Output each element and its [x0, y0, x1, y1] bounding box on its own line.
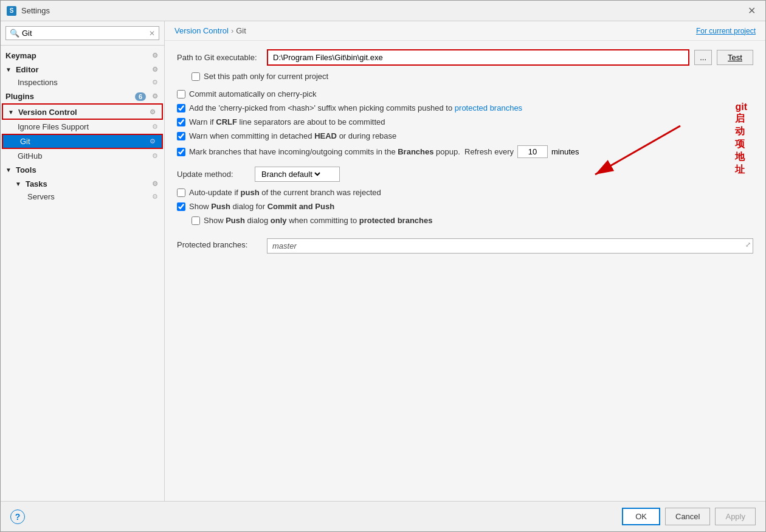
- tools-chevron: ▼: [5, 167, 12, 173]
- search-box: 🔍 ✕: [1, 21, 164, 46]
- sidebar-item-tasks[interactable]: ▼ Tasks ⚙: [1, 176, 164, 190]
- cherry-suffix-row: Add the 'cherry-picked from <hash>' suff…: [177, 103, 753, 112]
- sidebar-item-tools[interactable]: ▼ Tools: [1, 162, 164, 176]
- auto-update-checkbox[interactable]: [177, 188, 185, 197]
- update-method-select-wrap[interactable]: Branch default Merge Rebase: [255, 167, 340, 182]
- editor-icon: ⚙: [152, 66, 158, 74]
- sidebar: 🔍 ✕ Keymap ⚙ ▼ Editor ⚙: [1, 21, 165, 501]
- ok-button[interactable]: OK: [622, 508, 660, 525]
- set-path-label[interactable]: Set this path only for current project: [204, 72, 328, 81]
- show-push-label[interactable]: Show Push dialog for Commit and Push: [189, 202, 334, 211]
- breadcrumb-root[interactable]: Version Control: [174, 26, 229, 35]
- test-button[interactable]: Test: [717, 50, 753, 65]
- cancel-button[interactable]: Cancel: [665, 508, 710, 525]
- bottom-left: ?: [10, 510, 25, 524]
- search-clear-icon[interactable]: ✕: [149, 29, 155, 38]
- help-button[interactable]: ?: [10, 510, 25, 524]
- app-icon: S: [7, 6, 16, 16]
- vc-label: Version Control: [18, 108, 77, 117]
- title-bar-left: S Settings: [7, 6, 50, 16]
- github-label: GitHub: [18, 151, 42, 161]
- protected-label: Protected branches:: [177, 238, 262, 249]
- protected-branches-row: Protected branches: ⤢: [177, 238, 753, 254]
- breadcrumb-current: Git: [236, 26, 246, 35]
- plugins-icon: ⚙: [152, 92, 158, 100]
- settings-window: S Settings ✕ 🔍 ✕ Keymap ⚙: [0, 0, 766, 532]
- protected-branches-input[interactable]: [267, 238, 753, 254]
- cherry-suffix-checkbox[interactable]: [177, 104, 185, 112]
- plugins-label: Plugins: [5, 92, 34, 101]
- sidebar-item-editor[interactable]: ▼ Editor ⚙: [1, 62, 164, 76]
- mark-branches-label[interactable]: Mark branches that have incoming/outgoin…: [189, 147, 514, 156]
- cherry-suffix-label[interactable]: Add the 'cherry-picked from <hash>' suff…: [189, 103, 522, 112]
- warn-crlf-row: Warn if CRLF line separators are about t…: [177, 117, 753, 126]
- warn-crlf-label[interactable]: Warn if CRLF line separators are about t…: [189, 117, 385, 126]
- tasks-label: Tasks: [26, 179, 47, 188]
- sidebar-item-inspections[interactable]: Inspections ⚙: [1, 76, 164, 89]
- auto-update-label[interactable]: Auto-update if push of the current branc…: [189, 188, 381, 197]
- warn-detached-label[interactable]: Warn when committing in detached HEAD or…: [189, 131, 396, 140]
- commit-cherry-checkbox[interactable]: [177, 90, 185, 98]
- show-push-row: Show Push dialog for Commit and Push: [177, 202, 753, 211]
- search-icon: 🔍: [10, 29, 19, 38]
- servers-label: Servers: [27, 192, 55, 201]
- mark-branches-checkbox[interactable]: [177, 148, 185, 156]
- protected-input-wrap: ⤢: [267, 238, 753, 254]
- git-path-input[interactable]: [267, 49, 689, 66]
- close-button[interactable]: ✕: [744, 4, 759, 18]
- apply-button[interactable]: Apply: [715, 508, 756, 525]
- git-path-row: Path to Git executable: ... Test: [177, 49, 753, 66]
- search-input[interactable]: [22, 29, 147, 38]
- breadcrumb: Version Control › Git For current projec…: [165, 21, 765, 41]
- bottom-right: OK Cancel Apply: [622, 508, 756, 525]
- sidebar-item-ignore-files[interactable]: Ignore Files Support ⚙: [1, 120, 164, 133]
- ignore-label: Ignore Files Support: [18, 122, 89, 131]
- servers-icon: ⚙: [152, 193, 158, 201]
- sidebar-item-keymap[interactable]: Keymap ⚙: [1, 48, 164, 62]
- path-label: Path to Git executable:: [177, 53, 262, 62]
- set-path-checkbox[interactable]: [191, 72, 200, 81]
- main-panel: Version Control › Git For current projec…: [165, 21, 765, 501]
- inspections-label: Inspections: [18, 78, 58, 87]
- warn-detached-row: Warn when committing in detached HEAD or…: [177, 131, 753, 140]
- tasks-icon: ⚙: [152, 180, 158, 188]
- keymap-label: Keymap: [5, 51, 36, 60]
- tasks-chevron: ▼: [15, 181, 21, 187]
- update-method-row: Update method: Branch default Merge Reba…: [177, 167, 753, 182]
- vc-chevron: ▼: [8, 109, 14, 116]
- refresh-interval-input[interactable]: [517, 145, 548, 158]
- search-input-wrap[interactable]: 🔍 ✕: [5, 26, 159, 40]
- sidebar-tree: Keymap ⚙ ▼ Editor ⚙ Inspections ⚙ Plugin…: [1, 46, 164, 501]
- sidebar-item-git[interactable]: Git ⚙: [2, 134, 163, 149]
- update-method-select[interactable]: Branch default Merge Rebase: [259, 169, 322, 179]
- show-push-only-checkbox[interactable]: [191, 216, 200, 225]
- minutes-label: minutes: [551, 147, 579, 156]
- set-path-row: Set this path only for current project: [191, 72, 753, 81]
- main-content: 🔍 ✕ Keymap ⚙ ▼ Editor ⚙: [1, 21, 765, 501]
- breadcrumb-sep: ›: [231, 26, 233, 35]
- editor-label: Editor: [16, 65, 39, 74]
- keymap-icon: ⚙: [152, 52, 158, 60]
- commit-cherry-label[interactable]: Commit automatically on cherry-pick: [189, 89, 317, 98]
- ellipsis-button[interactable]: ...: [694, 50, 712, 65]
- git-sidebar-icon: ⚙: [150, 137, 156, 145]
- commit-cherry-row: Commit automatically on cherry-pick: [177, 89, 753, 98]
- window-title: Settings: [21, 6, 50, 15]
- show-push-only-row: Show Push dialog only when committing to…: [191, 216, 753, 225]
- git-label: Git: [20, 137, 30, 146]
- show-push-only-label[interactable]: Show Push dialog only when committing to…: [204, 216, 432, 225]
- sidebar-item-plugins[interactable]: Plugins 6 ⚙: [1, 89, 164, 103]
- show-push-checkbox[interactable]: [177, 202, 185, 211]
- auto-update-row: Auto-update if push of the current branc…: [177, 188, 753, 197]
- tools-label: Tools: [16, 165, 36, 174]
- for-current-project[interactable]: For current project: [696, 27, 756, 35]
- warn-crlf-checkbox[interactable]: [177, 118, 185, 126]
- sidebar-item-github[interactable]: GitHub ⚙: [1, 150, 164, 162]
- expand-icon[interactable]: ⤢: [745, 241, 751, 249]
- panel-content: Path to Git executable: ... Test Set thi…: [165, 41, 765, 501]
- ignore-icon: ⚙: [152, 123, 158, 131]
- plugins-badge: 6: [135, 92, 146, 101]
- sidebar-item-servers[interactable]: Servers ⚙: [1, 190, 164, 203]
- sidebar-item-version-control[interactable]: ▼ Version Control ⚙: [2, 103, 163, 120]
- warn-detached-checkbox[interactable]: [177, 132, 185, 140]
